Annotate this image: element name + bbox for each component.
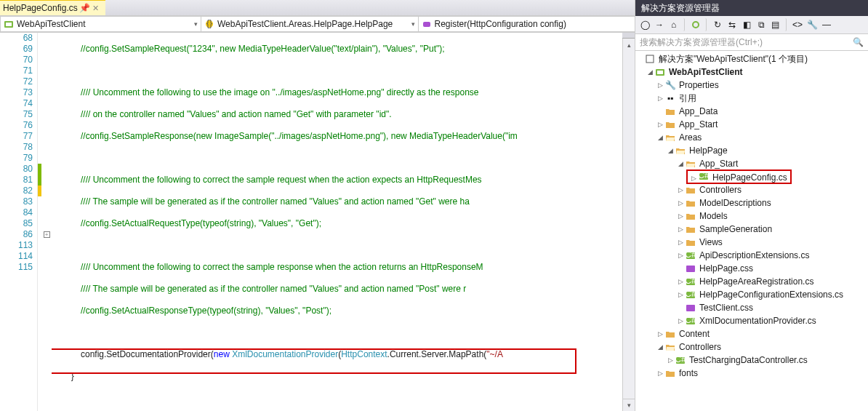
svg-text:C#: C# — [686, 277, 696, 286]
wrench-icon[interactable]: 🔧 — [805, 18, 819, 31]
tree-item[interactable]: App_Data — [635, 105, 868, 118]
cs-file-icon: C# — [698, 171, 710, 181]
svg-rect-8 — [657, 71, 663, 74]
svg-rect-18 — [686, 305, 695, 311]
scroll-up-icon[interactable]: ▴ — [623, 39, 635, 51]
forward-icon[interactable]: → — [653, 18, 666, 31]
tree-item-selected[interactable]: ▷C#HelpPageConfig.cs — [635, 170, 868, 183]
tree-item[interactable]: TestClient.css — [635, 301, 868, 314]
fold-toggle[interactable]: + — [41, 229, 52, 240]
more-icon[interactable]: — — [820, 18, 833, 31]
tree-item[interactable]: ▷C#ApiDescriptionExtensions.cs — [635, 249, 868, 262]
tree-item[interactable]: ◢Controllers — [635, 340, 868, 354]
svg-text:C#: C# — [686, 316, 696, 325]
solution-node[interactable]: 解决方案"WebApiTestClient"(1 个项目) — [635, 52, 868, 65]
svg-text:C#: C# — [675, 356, 686, 364]
vertical-scrollbar[interactable]: ▴ ▾ — [622, 33, 635, 411]
line-number-gutter: 686970 717273 747576 777879 808182 83848… — [0, 33, 38, 411]
refresh-icon[interactable]: ↻ — [711, 18, 724, 31]
tree-item[interactable]: HelpPage.css — [635, 262, 868, 275]
tree-item[interactable]: ▷Models — [635, 210, 868, 223]
editor-tabstrip: HelpPageConfig.cs 📌 ✕ — [0, 0, 635, 16]
folder-open-icon — [664, 342, 676, 352]
home-icon[interactable]: ⌂ — [667, 18, 685, 31]
folder-icon — [664, 329, 676, 339]
tree-item[interactable]: ▷fonts — [635, 367, 868, 380]
breadcrumb-namespace[interactable]: {} WebApiTestClient.Areas.HelpPage.HelpP… — [201, 16, 419, 32]
chevron-down-icon: ▾ — [411, 20, 415, 28]
collapse-icon[interactable]: ⇆ — [726, 18, 739, 31]
search-icon: 🔍 — [853, 37, 864, 47]
solution-tree[interactable]: 解决方案"WebApiTestClient"(1 个项目) ◢WebApiTes… — [635, 51, 868, 411]
references-icon: ▪▪ — [664, 93, 676, 103]
css-file-icon — [685, 263, 696, 274]
svg-point-5 — [693, 22, 699, 28]
close-icon[interactable]: ✕ — [92, 4, 101, 12]
code-editor-pane: HelpPageConfig.cs 📌 ✕ WebApiTestClient ▾… — [0, 0, 635, 411]
svg-rect-6 — [646, 55, 654, 63]
solution-explorer-title: 解决方案资源管理器 — [635, 0, 868, 16]
cs-file-icon: C# — [685, 290, 696, 300]
back-icon[interactable]: ◯ — [638, 18, 651, 31]
tree-item[interactable]: ▷Content — [635, 327, 868, 340]
project-icon — [4, 19, 14, 29]
breadcrumb-project[interactable]: WebApiTestClient ▾ — [0, 16, 201, 32]
breadcrumb: WebApiTestClient ▾ {} WebApiTestClient.A… — [0, 16, 635, 33]
tree-item[interactable]: ◢HelpPage — [635, 144, 868, 157]
folder-icon — [664, 368, 676, 378]
cs-file-icon: C# — [685, 250, 696, 260]
tree-item[interactable]: ▷C#TestChargingDataController.cs — [635, 354, 868, 367]
view-code-icon[interactable]: <> — [791, 18, 804, 31]
solution-icon — [644, 54, 656, 64]
wrench-icon: 🔧 — [664, 80, 676, 90]
tree-item[interactable]: ▷▪▪引用 — [635, 92, 868, 105]
tree-item[interactable]: ▷ModelDescriptions — [635, 196, 868, 210]
file-tab-label: HelpPageConfig.cs — [3, 3, 78, 13]
tree-item[interactable]: ▷SampleGeneration — [635, 223, 868, 236]
tree-item[interactable]: ▷App_Start — [635, 118, 868, 131]
svg-text:C#: C# — [686, 290, 696, 299]
folder-icon — [664, 119, 676, 129]
folder-icon — [685, 211, 696, 221]
tree-item[interactable]: ▷C#HelpPageAreaRegistration.cs — [635, 275, 868, 288]
svg-rect-13 — [686, 266, 695, 272]
svg-text:{}: {} — [206, 19, 212, 28]
pin-icon[interactable]: 📌 — [81, 4, 89, 12]
code-text[interactable]: //config.SetSampleRequest("1234", new Me… — [52, 33, 622, 411]
folder-icon — [685, 185, 696, 195]
copy-icon[interactable]: ⧉ — [755, 18, 768, 31]
scroll-down-icon[interactable]: ▾ — [623, 399, 635, 411]
folder-icon — [685, 224, 696, 234]
breadcrumb-member[interactable]: Register(HttpConfiguration config) — [418, 16, 636, 32]
svg-text:C#: C# — [686, 251, 696, 260]
css-file-icon — [685, 303, 696, 313]
code-area[interactable]: 686970 717273 747576 777879 808182 83848… — [0, 33, 635, 411]
folder-icon — [685, 198, 696, 208]
method-icon — [422, 19, 432, 29]
highlighted-code-line: config.SetDocumentationProvider(new XmlD… — [52, 349, 622, 360]
folder-icon — [664, 106, 676, 116]
folder-icon — [685, 237, 696, 247]
tree-item[interactable]: ▷C#HelpPageConfigurationExtensions.cs — [635, 288, 868, 301]
tree-item[interactable]: ◢App_Start — [635, 157, 868, 170]
folder-open-icon — [685, 159, 696, 169]
solution-explorer: 解决方案资源管理器 ◯ → ⌂ ↻ ⇆ ◧ ⧉ ▤ <> 🔧 — 搜索解决方案资… — [635, 0, 868, 411]
split-handle[interactable] — [622, 33, 635, 39]
tree-item[interactable]: ▷C#XmlDocumentationProvider.cs — [635, 314, 868, 327]
tree-item[interactable]: ◢Areas — [635, 131, 868, 144]
fold-column: + — [41, 33, 52, 411]
cs-file-icon: C# — [685, 316, 696, 326]
tree-item[interactable]: ▷Views — [635, 236, 868, 249]
tree-item[interactable]: ▷🔧Properties — [635, 79, 868, 92]
project-node[interactable]: ◢WebApiTestClient — [635, 65, 868, 79]
properties-icon[interactable]: ▤ — [769, 18, 787, 31]
cs-file-icon: C# — [675, 355, 686, 365]
solution-search-input[interactable]: 搜索解决方案资源管理器(Ctrl+;) 🔍 — [635, 34, 868, 51]
cs-file-icon: C# — [685, 276, 696, 287]
tree-item[interactable]: ▷Controllers — [635, 183, 868, 196]
file-tab-active[interactable]: HelpPageConfig.cs 📌 ✕ — [0, 0, 105, 15]
show-all-icon[interactable]: ◧ — [740, 18, 753, 31]
csproj-icon — [654, 67, 666, 77]
sync-icon[interactable] — [689, 18, 707, 31]
svg-rect-4 — [423, 22, 430, 27]
